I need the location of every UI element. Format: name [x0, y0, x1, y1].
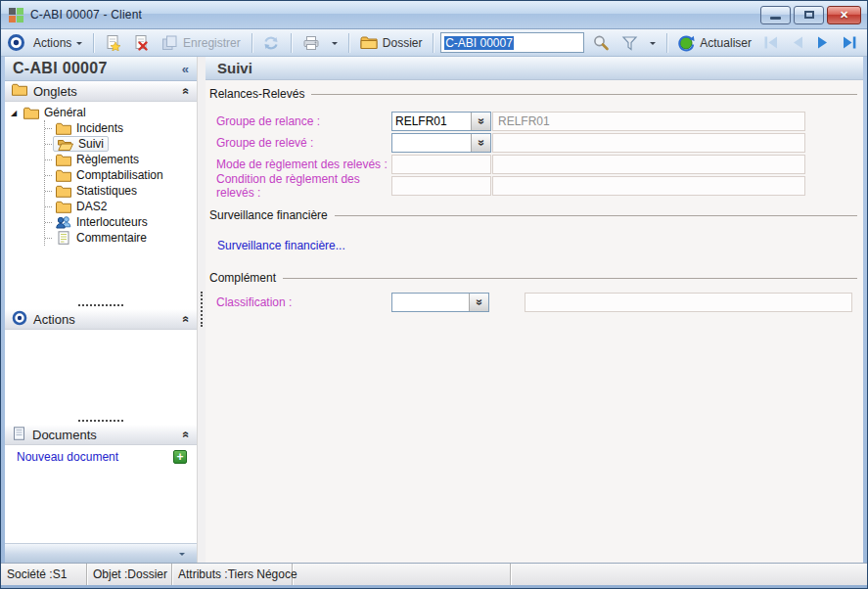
groupe-releve-combobox[interactable]: «: [391, 133, 491, 153]
bullseye-icon: [12, 310, 27, 329]
toolbar-separator: [433, 33, 434, 53]
tree-item-interlocuteurs[interactable]: Interlocuteurs: [45, 214, 197, 230]
actions-menu-button[interactable]: Actions: [29, 34, 86, 52]
section-drag-handle[interactable]: [78, 304, 123, 306]
tree-item-reglements[interactable]: Règlements: [45, 152, 197, 167]
folder-icon: [12, 83, 27, 99]
collapse-section-icon[interactable]: «: [180, 88, 194, 95]
print-button[interactable]: [298, 33, 324, 53]
nav-previous-button[interactable]: [787, 33, 808, 52]
combobox-dropdown-button[interactable]: «: [471, 134, 490, 152]
close-icon: ✕: [840, 9, 848, 22]
classification-display-field: [525, 293, 852, 312]
tree-item-general[interactable]: ◢ Général: [11, 105, 197, 120]
save-button-label: Enregistrer: [183, 36, 241, 50]
new-record-button[interactable]: [101, 32, 125, 53]
toolbar-separator: [291, 33, 292, 53]
selected-tree-item[interactable]: Suivi: [53, 136, 109, 152]
field-label: Condition de règlement des relevés :: [206, 172, 391, 200]
close-button[interactable]: ✕: [827, 6, 861, 24]
new-document-link[interactable]: Nouveau document: [17, 450, 118, 464]
tree-item-comptabilisation[interactable]: Comptabilisation: [45, 167, 197, 183]
combobox-value: [392, 294, 469, 311]
document-row: Nouveau document +: [5, 445, 197, 469]
delete-record-button[interactable]: [129, 32, 154, 53]
actions-menu-label: Actions: [33, 36, 71, 50]
collapse-sidebar-button[interactable]: «: [182, 62, 189, 76]
actions-section-header[interactable]: Actions «: [5, 309, 197, 330]
folder-icon: [56, 154, 71, 166]
print-options-dropdown[interactable]: [328, 36, 342, 50]
maximize-icon: [804, 11, 814, 19]
nav-next-button[interactable]: [812, 33, 834, 52]
combobox-dropdown-button[interactable]: «: [469, 294, 488, 311]
group-divider: [335, 215, 857, 216]
groupe-relance-combobox[interactable]: RELFR01 «: [391, 112, 491, 131]
sidebar-record-header: C-ABI 00007 «: [5, 57, 197, 81]
filter-button[interactable]: [617, 33, 642, 53]
status-societe: Société :S1: [1, 564, 87, 585]
refresh-icon: [262, 35, 280, 51]
folder-icon: [360, 35, 378, 50]
documents-section-header[interactable]: Documents «: [5, 425, 197, 445]
combobox-value: RELFR01: [392, 113, 471, 130]
onglets-section-label: Onglets: [33, 84, 77, 99]
refresh-button[interactable]: [258, 33, 284, 53]
surveillance-financiere-link[interactable]: Surveillance financière...: [206, 239, 863, 252]
tree-item-suivi[interactable]: Suivi: [45, 136, 197, 152]
actualiser-button[interactable]: Actualiser: [673, 32, 755, 54]
add-document-button[interactable]: +: [173, 450, 187, 464]
title-bar[interactable]: C-ABI 00007 - Client ✕: [1, 1, 867, 29]
tree-item-label: Interlocuteurs: [76, 215, 148, 229]
maximize-button[interactable]: [794, 6, 824, 24]
folder-icon: [56, 169, 71, 182]
actualiser-button-label: Actualiser: [700, 36, 752, 50]
tree-item-incidents[interactable]: Incidents: [45, 120, 197, 136]
sidebar: C-ABI 00007 « Onglets « ◢: [5, 57, 198, 563]
page-title: Suivi: [217, 60, 252, 76]
tree-item-statistiques[interactable]: Statistiques: [45, 183, 197, 199]
minimize-icon: [770, 17, 781, 20]
minimize-button[interactable]: [760, 6, 791, 24]
field-row-groupe-releve: Groupe de relevé : «: [206, 132, 863, 154]
groupe-releve-display-field: [492, 133, 805, 153]
tree-item-das2[interactable]: DAS2: [45, 199, 197, 214]
tree-item-commentaire[interactable]: Commentaire: [45, 230, 197, 246]
nav-next-icon: [816, 35, 830, 50]
application-window: C-ABI 00007 - Client ✕ Actions: [0, 0, 868, 589]
nav-first-button[interactable]: [759, 33, 783, 52]
filter-options-dropdown[interactable]: [646, 36, 660, 50]
record-search-input[interactable]: C-ABI 00007: [440, 32, 583, 53]
section-drag-handle[interactable]: [78, 420, 123, 422]
status-empty-cell: [293, 564, 511, 585]
folder-icon: [56, 201, 71, 213]
sidebar-splitter[interactable]: [198, 57, 206, 563]
group-label: Surveillance financière: [209, 208, 328, 222]
nav-last-button[interactable]: [838, 33, 861, 52]
collapse-section-icon[interactable]: «: [180, 431, 194, 438]
save-button[interactable]: Enregistrer: [158, 33, 245, 53]
classification-combobox[interactable]: «: [391, 293, 489, 312]
onglets-section-header[interactable]: Onglets «: [5, 81, 197, 102]
double-chevron-down-icon: «: [475, 118, 488, 125]
new-record-icon: [105, 34, 121, 51]
document-icon: [56, 231, 71, 245]
tree-expander-icon[interactable]: ◢: [11, 109, 21, 117]
combobox-value: [392, 134, 471, 152]
splitter-handle[interactable]: [201, 292, 203, 327]
folder-icon: [56, 122, 71, 135]
nav-first-icon: [763, 35, 779, 50]
tree-item-label: Suivi: [78, 137, 104, 151]
chevron-down-icon: [650, 42, 656, 48]
dossier-button[interactable]: Dossier: [356, 33, 427, 52]
combobox-dropdown-button[interactable]: «: [471, 113, 490, 130]
chevron-down-icon: [179, 553, 185, 559]
collapse-section-icon[interactable]: «: [180, 316, 194, 323]
funnel-icon: [621, 35, 638, 51]
field-label: Mode de règlement des relevés :: [206, 158, 391, 171]
group-label: Relances-Relevés: [209, 87, 304, 101]
record-search-value: C-ABI 00007: [444, 36, 514, 50]
group-surveillance-financiere: Surveillance financière: [209, 208, 857, 222]
sidebar-footer-bar[interactable]: [5, 543, 197, 563]
search-button[interactable]: [588, 32, 614, 54]
